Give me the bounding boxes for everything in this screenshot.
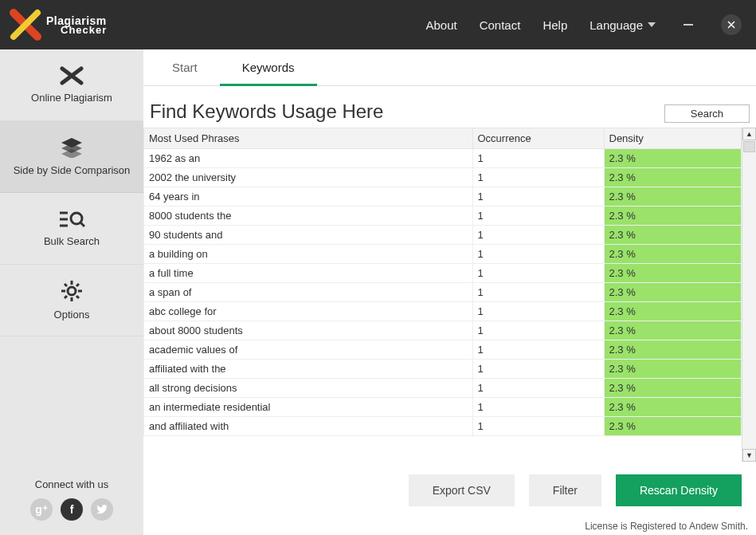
cell-phrase: an intermediate residential <box>144 398 473 417</box>
cell-density: 2.3 % <box>604 245 742 264</box>
twitter-icon <box>96 505 108 514</box>
table-row[interactable]: academic values of12.3 % <box>144 340 742 360</box>
cell-phrase: about 8000 students <box>144 321 473 340</box>
logo-subtitle: Checker <box>61 25 107 35</box>
svg-point-1 <box>71 213 82 224</box>
minimize-button[interactable] <box>678 14 699 35</box>
tabs: Start Keywords <box>143 49 756 86</box>
cell-phrase: abc college for <box>144 302 473 321</box>
gear-icon <box>61 280 83 302</box>
table-row[interactable]: about 8000 students12.3 % <box>144 321 742 340</box>
cell-density: 2.3 % <box>604 340 742 360</box>
cell-density: 2.3 % <box>604 360 742 379</box>
cell-phrase: 1962 as an <box>144 149 473 168</box>
table-row[interactable]: a building on12.3 % <box>144 245 742 264</box>
tab-keywords[interactable]: Keywords <box>220 49 317 85</box>
cell-occurrence: 1 <box>472 245 604 264</box>
table-row[interactable]: abc college for12.3 % <box>144 302 742 321</box>
page-title: Find Keywords Usage Here <box>150 100 383 123</box>
bulk-search-icon <box>58 210 85 229</box>
cell-occurrence: 1 <box>472 321 604 340</box>
cell-density: 2.3 % <box>604 226 742 245</box>
cell-phrase: a building on <box>144 245 473 264</box>
rescan-density-button[interactable]: Rescan Density <box>616 474 742 506</box>
table-row[interactable]: a full time12.3 % <box>144 264 742 283</box>
table-scrollbar[interactable]: ▲ ▼ <box>742 128 756 462</box>
cell-phrase: 2002 the university <box>144 168 473 187</box>
cell-phrase: and affiliated with <box>144 417 473 436</box>
cell-density: 2.3 % <box>604 321 742 340</box>
cell-occurrence: 1 <box>472 149 604 168</box>
sidebar-item-label: Options <box>54 309 90 321</box>
social-googleplus[interactable]: g⁺ <box>30 498 53 521</box>
col-occurrence[interactable]: Occurrence <box>472 128 604 149</box>
sidebar-item-bulk-search[interactable]: Bulk Search <box>0 193 143 265</box>
table-row[interactable]: an intermediate residential12.3 % <box>144 398 742 417</box>
minimize-icon <box>684 24 693 26</box>
sidebar-item-label: Bulk Search <box>44 235 100 247</box>
table-row[interactable]: and affiliated with12.3 % <box>144 417 742 436</box>
nav-contact[interactable]: Contact <box>480 18 521 32</box>
table-row[interactable]: 64 years in12.3 % <box>144 187 742 207</box>
cell-density: 2.3 % <box>604 187 742 207</box>
col-phrase[interactable]: Most Used Phrases <box>144 128 473 149</box>
cell-occurrence: 1 <box>472 226 604 245</box>
cell-occurrence: 1 <box>472 379 604 398</box>
cell-density: 2.3 % <box>604 417 742 436</box>
svg-rect-0 <box>684 24 693 26</box>
chevron-down-icon <box>648 22 656 27</box>
table-row[interactable]: 1962 as an12.3 % <box>144 149 742 168</box>
cell-density: 2.3 % <box>604 264 742 283</box>
cell-occurrence: 1 <box>472 398 604 417</box>
col-density[interactable]: Density <box>604 128 742 149</box>
cell-occurrence: 1 <box>472 340 604 360</box>
nav-language[interactable]: Language <box>590 18 656 32</box>
main-panel: Start Keywords Find Keywords Usage Here … <box>143 49 756 535</box>
cell-density: 2.3 % <box>604 302 742 321</box>
table-row[interactable]: all strong decisions12.3 % <box>144 379 742 398</box>
sidebar-item-label: Side by Side Comparison <box>14 164 131 176</box>
social-twitter[interactable] <box>91 498 113 521</box>
x-icon <box>60 66 84 85</box>
export-csv-button[interactable]: Export CSV <box>409 474 515 506</box>
cell-occurrence: 1 <box>472 168 604 187</box>
layers-icon <box>60 137 84 158</box>
cell-occurrence: 1 <box>472 283 604 302</box>
table-row[interactable]: affiliated with the12.3 % <box>144 360 742 379</box>
nav-language-label: Language <box>590 18 643 32</box>
table-row[interactable]: a span of12.3 % <box>144 283 742 302</box>
cell-density: 2.3 % <box>604 207 742 226</box>
cell-density: 2.3 % <box>604 379 742 398</box>
nav-help[interactable]: Help <box>543 18 567 32</box>
sidebar-item-online-plagiarism[interactable]: Online Plagiarism <box>0 49 143 121</box>
table-row[interactable]: 8000 students the12.3 % <box>144 207 742 226</box>
cell-density: 2.3 % <box>604 149 742 168</box>
scroll-thumb[interactable] <box>743 141 755 152</box>
sidebar-item-side-by-side[interactable]: Side by Side Comparison <box>0 121 143 193</box>
cell-density: 2.3 % <box>604 168 742 187</box>
cell-occurrence: 1 <box>472 360 604 379</box>
cell-phrase: affiliated with the <box>144 360 473 379</box>
cell-occurrence: 1 <box>472 417 604 436</box>
cell-phrase: academic values of <box>144 340 473 360</box>
table-row[interactable]: 90 students and12.3 % <box>144 226 742 245</box>
cell-phrase: 8000 students the <box>144 207 473 226</box>
cell-phrase: a full time <box>144 264 473 283</box>
close-button[interactable] <box>721 14 742 35</box>
search-button[interactable]: Search <box>664 104 750 123</box>
social-facebook[interactable]: f <box>61 498 83 521</box>
logo-x-icon <box>10 9 41 41</box>
keywords-table: Most Used Phrases Occurrence Density 196… <box>143 128 742 436</box>
table-row[interactable]: 2002 the university12.3 % <box>144 168 742 187</box>
cell-phrase: 90 students and <box>144 226 473 245</box>
cell-occurrence: 1 <box>472 187 604 207</box>
scroll-up-button[interactable]: ▲ <box>742 128 756 140</box>
status-bar: License is Registered to Andew Smith. <box>143 519 756 535</box>
cell-density: 2.3 % <box>604 398 742 417</box>
svg-point-2 <box>68 287 76 295</box>
filter-button[interactable]: Filter <box>529 474 601 506</box>
tab-start[interactable]: Start <box>150 49 220 85</box>
scroll-down-button[interactable]: ▼ <box>742 449 756 462</box>
nav-about[interactable]: About <box>425 18 456 32</box>
sidebar-item-options[interactable]: Options <box>0 265 143 336</box>
